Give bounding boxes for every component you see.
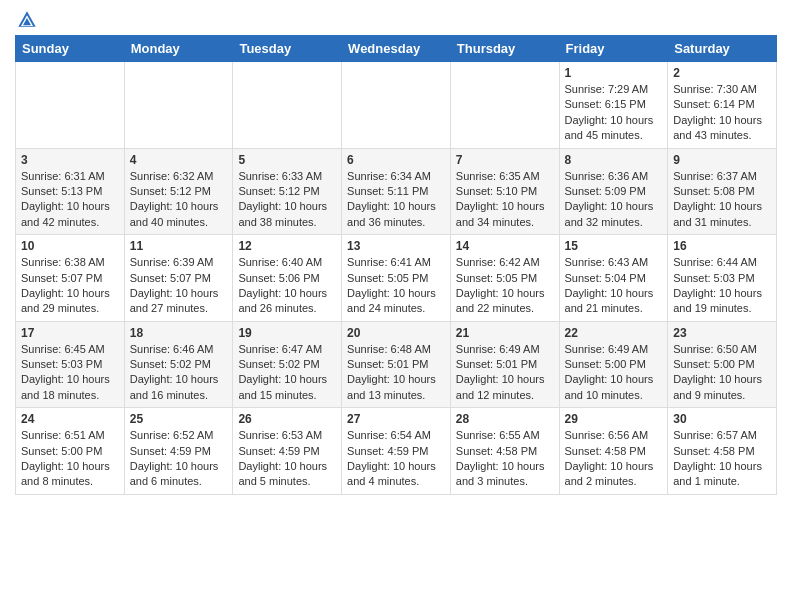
day-number: 8 <box>565 153 663 167</box>
day-info: Sunrise: 6:32 AM Sunset: 5:12 PM Dayligh… <box>130 169 228 231</box>
header <box>15 10 777 30</box>
weekday-header-thursday: Thursday <box>450 36 559 62</box>
calendar-cell <box>124 62 233 149</box>
calendar-cell: 13Sunrise: 6:41 AM Sunset: 5:05 PM Dayli… <box>342 235 451 322</box>
day-number: 22 <box>565 326 663 340</box>
calendar-table: SundayMondayTuesdayWednesdayThursdayFrid… <box>15 35 777 495</box>
weekday-header-saturday: Saturday <box>668 36 777 62</box>
calendar-cell: 25Sunrise: 6:52 AM Sunset: 4:59 PM Dayli… <box>124 408 233 495</box>
calendar-cell: 11Sunrise: 6:39 AM Sunset: 5:07 PM Dayli… <box>124 235 233 322</box>
calendar-cell <box>233 62 342 149</box>
calendar-cell: 20Sunrise: 6:48 AM Sunset: 5:01 PM Dayli… <box>342 321 451 408</box>
calendar-cell <box>16 62 125 149</box>
calendar-cell: 9Sunrise: 6:37 AM Sunset: 5:08 PM Daylig… <box>668 148 777 235</box>
day-number: 18 <box>130 326 228 340</box>
calendar-cell: 12Sunrise: 6:40 AM Sunset: 5:06 PM Dayli… <box>233 235 342 322</box>
day-number: 4 <box>130 153 228 167</box>
day-info: Sunrise: 6:41 AM Sunset: 5:05 PM Dayligh… <box>347 255 445 317</box>
day-number: 30 <box>673 412 771 426</box>
day-info: Sunrise: 7:30 AM Sunset: 6:14 PM Dayligh… <box>673 82 771 144</box>
day-number: 6 <box>347 153 445 167</box>
page-container: SundayMondayTuesdayWednesdayThursdayFrid… <box>0 0 792 505</box>
weekday-header-monday: Monday <box>124 36 233 62</box>
day-number: 7 <box>456 153 554 167</box>
day-number: 12 <box>238 239 336 253</box>
calendar-cell: 10Sunrise: 6:38 AM Sunset: 5:07 PM Dayli… <box>16 235 125 322</box>
day-info: Sunrise: 6:53 AM Sunset: 4:59 PM Dayligh… <box>238 428 336 490</box>
calendar-week-2: 3Sunrise: 6:31 AM Sunset: 5:13 PM Daylig… <box>16 148 777 235</box>
day-info: Sunrise: 6:43 AM Sunset: 5:04 PM Dayligh… <box>565 255 663 317</box>
calendar-cell: 17Sunrise: 6:45 AM Sunset: 5:03 PM Dayli… <box>16 321 125 408</box>
weekday-header-sunday: Sunday <box>16 36 125 62</box>
calendar-cell: 29Sunrise: 6:56 AM Sunset: 4:58 PM Dayli… <box>559 408 668 495</box>
weekday-header-wednesday: Wednesday <box>342 36 451 62</box>
calendar-cell: 2Sunrise: 7:30 AM Sunset: 6:14 PM Daylig… <box>668 62 777 149</box>
day-info: Sunrise: 6:39 AM Sunset: 5:07 PM Dayligh… <box>130 255 228 317</box>
day-number: 1 <box>565 66 663 80</box>
day-info: Sunrise: 6:31 AM Sunset: 5:13 PM Dayligh… <box>21 169 119 231</box>
calendar-week-5: 24Sunrise: 6:51 AM Sunset: 5:00 PM Dayli… <box>16 408 777 495</box>
calendar-week-4: 17Sunrise: 6:45 AM Sunset: 5:03 PM Dayli… <box>16 321 777 408</box>
calendar-cell: 19Sunrise: 6:47 AM Sunset: 5:02 PM Dayli… <box>233 321 342 408</box>
calendar-cell <box>450 62 559 149</box>
calendar-body: 1Sunrise: 7:29 AM Sunset: 6:15 PM Daylig… <box>16 62 777 495</box>
calendar-cell: 24Sunrise: 6:51 AM Sunset: 5:00 PM Dayli… <box>16 408 125 495</box>
day-number: 23 <box>673 326 771 340</box>
weekday-row: SundayMondayTuesdayWednesdayThursdayFrid… <box>16 36 777 62</box>
day-info: Sunrise: 6:51 AM Sunset: 5:00 PM Dayligh… <box>21 428 119 490</box>
day-number: 25 <box>130 412 228 426</box>
day-info: Sunrise: 6:54 AM Sunset: 4:59 PM Dayligh… <box>347 428 445 490</box>
calendar-cell: 3Sunrise: 6:31 AM Sunset: 5:13 PM Daylig… <box>16 148 125 235</box>
calendar-cell: 15Sunrise: 6:43 AM Sunset: 5:04 PM Dayli… <box>559 235 668 322</box>
day-number: 11 <box>130 239 228 253</box>
day-number: 10 <box>21 239 119 253</box>
day-info: Sunrise: 7:29 AM Sunset: 6:15 PM Dayligh… <box>565 82 663 144</box>
day-number: 19 <box>238 326 336 340</box>
day-info: Sunrise: 6:47 AM Sunset: 5:02 PM Dayligh… <box>238 342 336 404</box>
calendar-cell <box>342 62 451 149</box>
calendar-cell: 7Sunrise: 6:35 AM Sunset: 5:10 PM Daylig… <box>450 148 559 235</box>
calendar-cell: 8Sunrise: 6:36 AM Sunset: 5:09 PM Daylig… <box>559 148 668 235</box>
day-info: Sunrise: 6:56 AM Sunset: 4:58 PM Dayligh… <box>565 428 663 490</box>
calendar-header: SundayMondayTuesdayWednesdayThursdayFrid… <box>16 36 777 62</box>
day-info: Sunrise: 6:44 AM Sunset: 5:03 PM Dayligh… <box>673 255 771 317</box>
day-number: 28 <box>456 412 554 426</box>
day-info: Sunrise: 6:37 AM Sunset: 5:08 PM Dayligh… <box>673 169 771 231</box>
day-info: Sunrise: 6:42 AM Sunset: 5:05 PM Dayligh… <box>456 255 554 317</box>
day-info: Sunrise: 6:34 AM Sunset: 5:11 PM Dayligh… <box>347 169 445 231</box>
day-number: 14 <box>456 239 554 253</box>
day-number: 15 <box>565 239 663 253</box>
day-number: 16 <box>673 239 771 253</box>
day-number: 9 <box>673 153 771 167</box>
calendar-cell: 14Sunrise: 6:42 AM Sunset: 5:05 PM Dayli… <box>450 235 559 322</box>
day-info: Sunrise: 6:49 AM Sunset: 5:00 PM Dayligh… <box>565 342 663 404</box>
day-number: 21 <box>456 326 554 340</box>
calendar-cell: 16Sunrise: 6:44 AM Sunset: 5:03 PM Dayli… <box>668 235 777 322</box>
calendar-cell: 28Sunrise: 6:55 AM Sunset: 4:58 PM Dayli… <box>450 408 559 495</box>
day-info: Sunrise: 6:33 AM Sunset: 5:12 PM Dayligh… <box>238 169 336 231</box>
day-info: Sunrise: 6:48 AM Sunset: 5:01 PM Dayligh… <box>347 342 445 404</box>
weekday-header-tuesday: Tuesday <box>233 36 342 62</box>
calendar-cell: 18Sunrise: 6:46 AM Sunset: 5:02 PM Dayli… <box>124 321 233 408</box>
day-number: 29 <box>565 412 663 426</box>
weekday-header-friday: Friday <box>559 36 668 62</box>
day-info: Sunrise: 6:49 AM Sunset: 5:01 PM Dayligh… <box>456 342 554 404</box>
day-info: Sunrise: 6:50 AM Sunset: 5:00 PM Dayligh… <box>673 342 771 404</box>
day-number: 20 <box>347 326 445 340</box>
day-number: 2 <box>673 66 771 80</box>
calendar-cell: 6Sunrise: 6:34 AM Sunset: 5:11 PM Daylig… <box>342 148 451 235</box>
calendar-cell: 22Sunrise: 6:49 AM Sunset: 5:00 PM Dayli… <box>559 321 668 408</box>
day-info: Sunrise: 6:36 AM Sunset: 5:09 PM Dayligh… <box>565 169 663 231</box>
calendar-cell: 27Sunrise: 6:54 AM Sunset: 4:59 PM Dayli… <box>342 408 451 495</box>
calendar-cell: 1Sunrise: 7:29 AM Sunset: 6:15 PM Daylig… <box>559 62 668 149</box>
calendar-cell: 4Sunrise: 6:32 AM Sunset: 5:12 PM Daylig… <box>124 148 233 235</box>
day-number: 27 <box>347 412 445 426</box>
logo <box>15 10 37 30</box>
day-info: Sunrise: 6:40 AM Sunset: 5:06 PM Dayligh… <box>238 255 336 317</box>
logo-icon <box>17 10 37 30</box>
day-info: Sunrise: 6:45 AM Sunset: 5:03 PM Dayligh… <box>21 342 119 404</box>
day-number: 13 <box>347 239 445 253</box>
day-info: Sunrise: 6:38 AM Sunset: 5:07 PM Dayligh… <box>21 255 119 317</box>
calendar-week-1: 1Sunrise: 7:29 AM Sunset: 6:15 PM Daylig… <box>16 62 777 149</box>
day-number: 17 <box>21 326 119 340</box>
